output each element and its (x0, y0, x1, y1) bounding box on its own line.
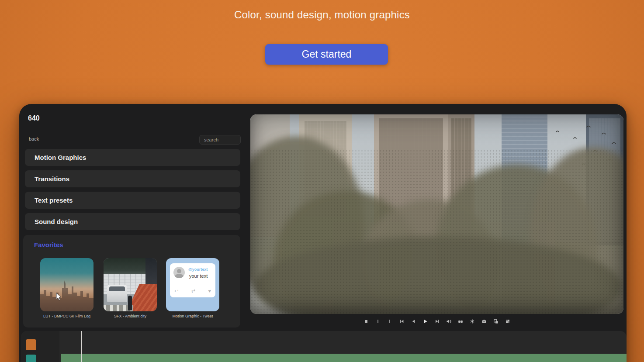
category-menu: Motion Graphics Transitions Text presets… (25, 149, 240, 234)
street-image (104, 258, 157, 311)
city-skyline-shape (40, 279, 93, 311)
go-to-start-icon[interactable] (398, 318, 405, 325)
favorite-sfx-thumbnail[interactable] (104, 258, 157, 311)
tweet-handle: @yourtext (188, 267, 208, 272)
white-van (107, 285, 127, 302)
lut-city-image (40, 258, 93, 311)
fast-previews-icon[interactable] (469, 318, 476, 325)
snapshot-icon[interactable] (481, 318, 488, 325)
transparency-grid-icon[interactable] (505, 318, 511, 325)
video-vignette (250, 114, 623, 314)
retweet-icon: ⇄ (191, 288, 195, 294)
show-channel-icon[interactable] (493, 318, 499, 325)
timeline-clip[interactable] (61, 354, 627, 362)
editor-window: 640 back Motion Graphics Transitions Tex… (19, 104, 627, 362)
tweet-card: @yourtext your text ↩ ⇄ ♥ (170, 263, 215, 297)
marker-out-icon[interactable] (387, 318, 393, 325)
tweet-avatar (173, 267, 185, 278)
track1-color-swatch[interactable] (26, 339, 36, 350)
favorite-lut-label: LUT - BMPCC 6K Film Log (34, 314, 100, 318)
landing-page: Color, sound design, motion graphics Get… (0, 0, 644, 362)
favorite-tweet-thumbnail[interactable]: @yourtext your text ↩ ⇄ ♥ (166, 258, 219, 311)
marker-in-icon[interactable] (375, 318, 381, 325)
zoom-level-label: 640 (28, 114, 40, 122)
favorites-panel: Favorites LUT - BMPCC 6K Film Log (23, 235, 240, 328)
menu-item-label: Transitions (35, 175, 69, 183)
tweet-graphic: @yourtext your text ↩ ⇄ ♥ (166, 258, 219, 311)
menu-item-label: Text presets (35, 197, 73, 204)
preview-controls-bar (250, 317, 623, 326)
step-back-icon[interactable] (410, 318, 417, 325)
audio-icon[interactable] (446, 318, 452, 325)
favorite-tweet-label: Motion Graphic - Tweet (160, 314, 225, 318)
tweet-text: your text (189, 273, 208, 279)
preview-icon[interactable] (457, 318, 464, 325)
search-input[interactable] (199, 135, 241, 145)
menu-item-label: Sound design (35, 218, 78, 225)
track2-color-swatch[interactable] (26, 355, 36, 362)
reply-icon: ↩ (174, 288, 178, 294)
favorite-sfx-label: SFX - Ambient city (97, 314, 163, 318)
menu-item-transitions[interactable]: Transitions (25, 170, 240, 187)
menu-item-motion-graphics[interactable]: Motion Graphics (25, 149, 240, 166)
get-started-button[interactable]: Get started (265, 44, 388, 65)
pedestrian (128, 296, 132, 310)
step-forward-icon[interactable] (434, 318, 440, 325)
menu-item-text-presets[interactable]: Text presets (25, 192, 240, 209)
favorites-heading: Favorites (34, 241, 63, 248)
like-icon: ♥ (208, 288, 211, 294)
timeline-panel (21, 331, 627, 362)
menu-item-sound-design[interactable]: Sound design (25, 213, 240, 230)
stop-icon[interactable] (363, 318, 370, 325)
favorite-lut-thumbnail[interactable] (40, 258, 93, 311)
mouse-cursor-icon (56, 293, 62, 301)
back-button[interactable]: back (29, 136, 39, 141)
playhead[interactable] (81, 331, 82, 362)
play-icon[interactable] (422, 318, 429, 325)
hero-title: Color, sound design, motion graphics (0, 9, 644, 21)
menu-item-label: Motion Graphics (35, 154, 86, 161)
tweet-actions: ↩ ⇄ ♥ (174, 288, 211, 294)
video-preview[interactable] (250, 114, 623, 314)
